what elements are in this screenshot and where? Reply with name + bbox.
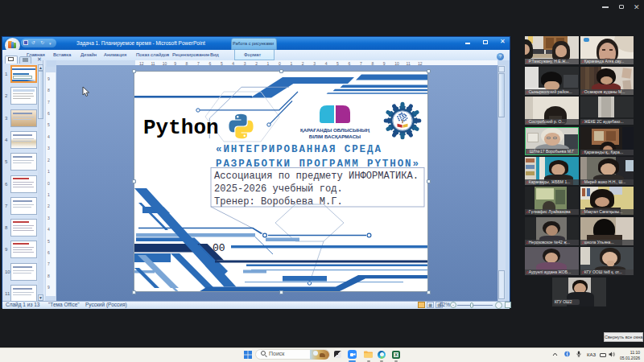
svg-text:2025-2026 учебный год.: 2025-2026 учебный год. <box>214 183 343 195</box>
svg-text:ҚАРАҒАНДЫ ОБЛЫСЫНЫҢ: ҚАРАҒАНДЫ ОБЛЫСЫНЫҢ <box>300 127 369 133</box>
svg-text:Python: Python <box>143 116 219 140</box>
svg-text:«ИНТЕГРИРОВАННАЯ СРЕДА: «ИНТЕГРИРОВАННАЯ СРЕДА <box>216 144 382 155</box>
svg-text:00: 00 <box>213 242 225 254</box>
svg-text:Тренер: Воробьева М.Г.: Тренер: Воробьева М.Г. <box>214 196 343 208</box>
svg-text:Ассоциация по предмету ИНФОРМА: Ассоциация по предмету ИНФОРМАТИКА. <box>214 171 419 182</box>
svg-text:БІЛІМ БАСҚАРМАСЫ: БІЛІМ БАСҚАРМАСЫ <box>309 134 361 139</box>
